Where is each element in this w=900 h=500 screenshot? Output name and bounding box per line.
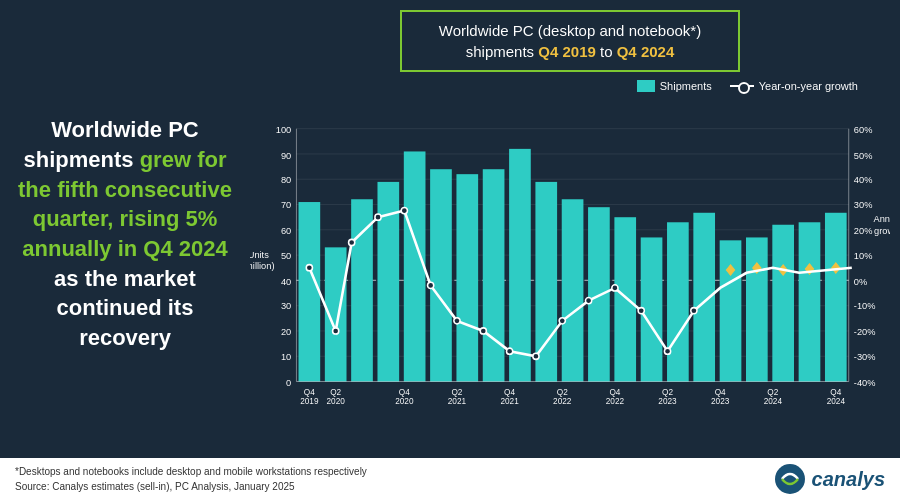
bar-17 [746, 237, 768, 381]
dot-7 [480, 328, 486, 334]
bar-19 [799, 222, 821, 381]
bar-14 [667, 222, 689, 381]
dot-3 [375, 214, 381, 220]
legend-shipments-label: Shipments [660, 80, 712, 92]
footer-text: *Desktops and notebooks include desktop … [15, 464, 367, 494]
dot-0 [306, 265, 312, 271]
x-label-3: Q2 [451, 388, 462, 397]
x-label-8b: 2023 [711, 397, 730, 406]
y-axis-left-title: Units [250, 250, 269, 260]
main-container: Worldwide PC shipments grew for the fift… [0, 0, 900, 458]
y-label-100: 100 [276, 125, 292, 135]
chart-area: Shipments Year-on-year growth [250, 78, 890, 458]
x-label-4b: 2021 [500, 397, 519, 406]
y-right-50: 50% [854, 151, 873, 161]
y-label-50: 50 [281, 251, 291, 261]
dot-6 [454, 318, 460, 324]
y-right-neg20: -20% [854, 327, 876, 337]
title-line1: Worldwide PC (desktop and notebook*) [439, 22, 701, 39]
dot-11 [585, 298, 591, 304]
bar-6 [456, 174, 478, 381]
main-headline: Worldwide PC shipments grew for the fift… [15, 115, 235, 353]
y-label-0: 0 [286, 378, 291, 388]
legend-shipments: Shipments [637, 80, 712, 92]
bar-10 [562, 199, 584, 381]
y-axis-left-title2: (million) [250, 261, 275, 271]
y-right-0: 0% [854, 277, 867, 287]
chart-title: Worldwide PC (desktop and notebook*) shi… [400, 10, 740, 72]
bar-0 [299, 202, 321, 382]
x-label-4: Q4 [504, 388, 515, 397]
bar-16 [720, 240, 742, 381]
y-label-10: 10 [281, 352, 291, 362]
x-label-5b: 2022 [553, 397, 572, 406]
x-label-8: Q4 [715, 388, 726, 397]
title-q2: Q4 2024 [617, 43, 675, 60]
y-label-90: 90 [281, 151, 291, 161]
canalys-logo: canalys [774, 463, 885, 495]
x-label-10b: 2024 [827, 397, 846, 406]
y-right-neg40: -40% [854, 378, 876, 388]
y-label-80: 80 [281, 175, 291, 185]
bar-15 [693, 213, 715, 382]
bar-7 [483, 169, 505, 381]
y-axis-right-title2: growth [874, 226, 890, 236]
legend-growth: Year-on-year growth [730, 80, 858, 92]
y-right-neg30: -30% [854, 352, 876, 362]
x-label-0b: 2019 [300, 397, 319, 406]
y-label-60: 60 [281, 226, 291, 236]
dot-13 [638, 308, 644, 314]
y-label-70: 70 [281, 200, 291, 210]
x-label-7: Q2 [662, 388, 673, 397]
legend-line-icon [730, 85, 754, 87]
bar-12 [614, 217, 636, 381]
x-label-6: Q4 [609, 388, 620, 397]
dot-4 [401, 208, 407, 214]
svg-point-0 [775, 464, 805, 494]
x-label-6b: 2022 [606, 397, 625, 406]
bar-5 [430, 169, 452, 381]
x-label-5: Q2 [557, 388, 568, 397]
headline-green: grew for the fifth consecutive quarter, … [18, 147, 232, 261]
y-label-30: 30 [281, 301, 291, 311]
right-panel: Worldwide PC (desktop and notebook*) shi… [250, 10, 890, 458]
footer-source: Source: Canalys estimates (sell-in), PC … [15, 479, 367, 494]
bar-20 [825, 213, 847, 382]
dot-5 [428, 282, 434, 288]
y-right-40: 40% [854, 175, 873, 185]
title-mid: to [596, 43, 617, 60]
legend-bar-icon [637, 80, 655, 92]
dot-14 [664, 348, 670, 354]
y-label-40: 40 [281, 277, 291, 287]
left-panel: Worldwide PC shipments grew for the fift… [10, 10, 250, 458]
dot-1 [333, 328, 339, 334]
x-label-3b: 2021 [448, 397, 467, 406]
chart-svg: 0 10 20 30 40 50 60 70 80 90 100 Units (… [250, 78, 890, 458]
title-line2-prefix: shipments [466, 43, 539, 60]
dot-10 [559, 318, 565, 324]
dot-12 [612, 285, 618, 291]
dot-15 [691, 308, 697, 314]
dot-8 [507, 348, 513, 354]
y-right-60: 60% [854, 125, 873, 135]
y-axis-right-title: Annual [873, 214, 890, 224]
x-label-2b: 2020 [395, 397, 414, 406]
y-right-20: 20% [854, 226, 873, 236]
y-right-30: 30% [854, 200, 873, 210]
y-right-10: 10% [854, 251, 873, 261]
footer-note: *Desktops and notebooks include desktop … [15, 464, 367, 479]
canalys-logo-icon [774, 463, 806, 495]
canalys-logo-text: canalys [812, 468, 885, 491]
x-label-9: Q2 [767, 388, 778, 397]
y-label-20: 20 [281, 327, 291, 337]
bar-8 [509, 149, 531, 382]
x-label-7b: 2023 [658, 397, 677, 406]
x-label-2: Q4 [399, 388, 410, 397]
x-label-1: Q2 [330, 388, 341, 397]
x-label-10: Q4 [830, 388, 841, 397]
title-q1: Q4 2019 [538, 43, 596, 60]
dot-9 [533, 353, 539, 359]
x-label-9b: 2024 [764, 397, 783, 406]
bar-18 [772, 225, 794, 382]
dot-2 [349, 239, 355, 245]
